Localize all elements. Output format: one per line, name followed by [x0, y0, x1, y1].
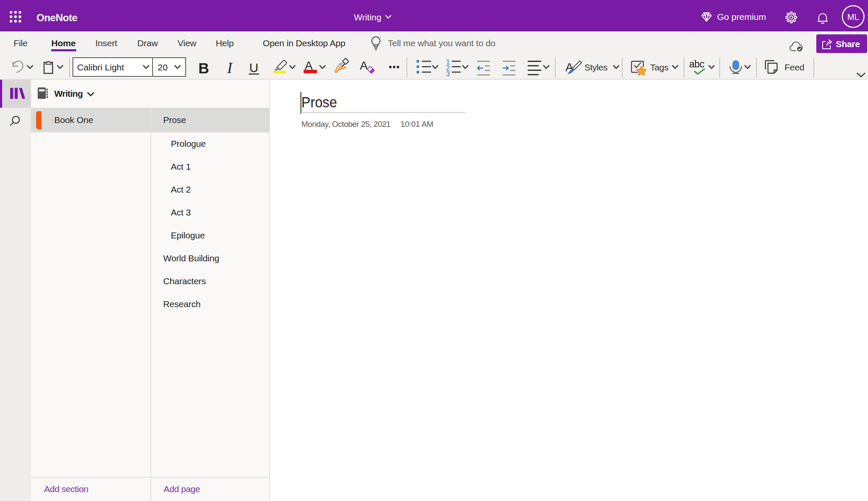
svg-text:Styles: Styles: [584, 62, 607, 72]
svg-text:A: A: [360, 59, 368, 72]
svg-text:Tags: Tags: [650, 62, 668, 72]
svg-text:abc: abc: [689, 59, 704, 70]
svg-text:3: 3: [446, 70, 450, 78]
svg-text:ML: ML: [847, 12, 859, 22]
svg-text:Calibri Light: Calibri Light: [77, 62, 124, 72]
svg-text:20: 20: [158, 62, 167, 72]
svg-text:U: U: [249, 61, 259, 75]
svg-text:I: I: [227, 59, 233, 76]
svg-text:Feed: Feed: [785, 62, 804, 72]
svg-text:B: B: [198, 60, 209, 76]
